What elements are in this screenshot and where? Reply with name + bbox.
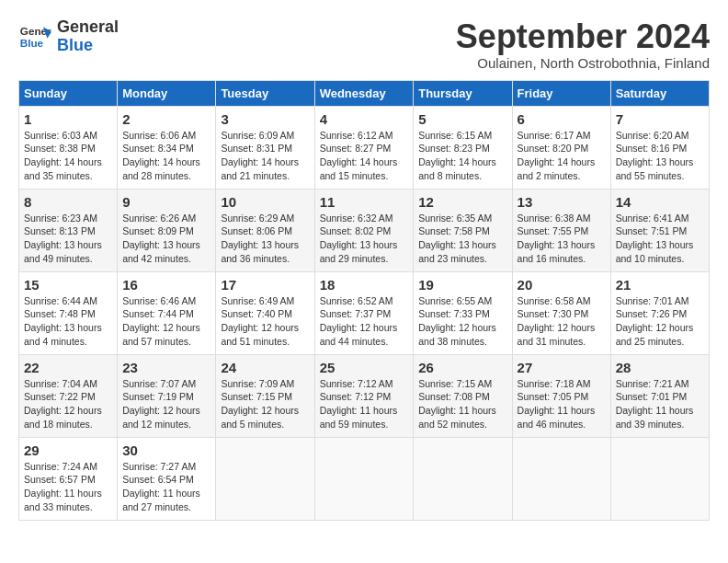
day-number: 15 [24,277,112,293]
weekday-header-thursday: Thursday [414,80,512,106]
calendar-day-2: 2 Sunrise: 6:06 AMSunset: 8:34 PMDayligh… [118,106,216,189]
calendar-day-12: 12 Sunrise: 6:35 AMSunset: 7:58 PMDaylig… [414,189,512,271]
day-detail: Sunrise: 6:12 AMSunset: 8:27 PMDaylight:… [320,130,398,181]
day-detail: Sunrise: 6:55 AMSunset: 7:33 PMDaylight:… [418,295,496,347]
day-detail: Sunrise: 7:27 AMSunset: 6:54 PMDaylight:… [122,461,200,512]
day-detail: Sunrise: 6:46 AMSunset: 7:44 PMDaylight:… [122,295,200,347]
empty-cell [216,437,314,520]
calendar-day-27: 27 Sunrise: 7:18 AMSunset: 7:05 PMDaylig… [512,354,610,437]
weekday-header-saturday: Saturday [610,80,709,106]
day-number: 25 [320,360,409,375]
day-detail: Sunrise: 6:09 AMSunset: 8:31 PMDaylight:… [221,130,299,181]
day-detail: Sunrise: 6:41 AMSunset: 7:51 PMDaylight:… [616,213,694,264]
day-number: 2 [122,111,210,127]
day-number: 6 [518,111,606,127]
calendar-day-18: 18 Sunrise: 6:52 AMSunset: 7:37 PMDaylig… [314,271,414,354]
day-detail: Sunrise: 6:23 AMSunset: 8:13 PMDaylight:… [24,213,102,264]
day-number: 27 [518,360,606,375]
empty-cell [414,437,512,520]
day-number: 30 [122,442,210,458]
day-detail: Sunrise: 6:29 AMSunset: 8:06 PMDaylight:… [221,213,299,264]
day-detail: Sunrise: 6:26 AMSunset: 8:09 PMDaylight:… [122,213,200,264]
day-detail: Sunrise: 6:15 AMSunset: 8:23 PMDaylight:… [418,130,496,181]
day-number: 19 [418,277,506,293]
day-detail: Sunrise: 7:12 AMSunset: 7:12 PMDaylight:… [320,378,398,430]
day-detail: Sunrise: 6:44 AMSunset: 7:48 PMDaylight:… [24,295,102,347]
day-number: 24 [221,360,309,375]
calendar-day-6: 6 Sunrise: 6:17 AMSunset: 8:20 PMDayligh… [512,106,610,189]
calendar-day-25: 25 Sunrise: 7:12 AMSunset: 7:12 PMDaylig… [314,354,414,437]
day-detail: Sunrise: 6:17 AMSunset: 8:20 PMDaylight:… [518,130,596,181]
day-number: 26 [418,360,506,375]
day-detail: Sunrise: 7:01 AMSunset: 7:26 PMDaylight:… [616,295,694,347]
calendar-day-29: 29 Sunrise: 7:24 AMSunset: 6:57 PMDaylig… [19,437,118,520]
logo-wordmark: General Blue [57,18,119,55]
day-detail: Sunrise: 6:49 AMSunset: 7:40 PMDaylight:… [221,295,299,347]
day-number: 1 [24,111,112,127]
calendar-day-17: 17 Sunrise: 6:49 AMSunset: 7:40 PMDaylig… [216,271,314,354]
calendar-day-1: 1 Sunrise: 6:03 AMSunset: 8:38 PMDayligh… [19,106,118,189]
calendar-day-15: 15 Sunrise: 6:44 AMSunset: 7:48 PMDaylig… [19,271,118,354]
day-number: 21 [616,277,704,293]
empty-cell [512,437,610,520]
day-number: 14 [616,194,704,210]
day-number: 18 [320,277,409,293]
day-detail: Sunrise: 6:35 AMSunset: 7:58 PMDaylight:… [418,213,496,264]
svg-text:Blue: Blue [20,37,44,49]
page-title: September 2024 [456,18,710,55]
calendar-day-26: 26 Sunrise: 7:15 AMSunset: 7:08 PMDaylig… [414,354,512,437]
day-number: 4 [320,111,409,127]
day-number: 8 [24,194,112,210]
calendar-day-8: 8 Sunrise: 6:23 AMSunset: 8:13 PMDayligh… [19,189,118,271]
weekday-header-tuesday: Tuesday [216,80,314,106]
weekday-header-friday: Friday [512,80,610,106]
day-number: 7 [616,111,704,127]
calendar-day-14: 14 Sunrise: 6:41 AMSunset: 7:51 PMDaylig… [610,189,709,271]
day-number: 29 [24,442,112,458]
day-number: 13 [518,194,606,210]
day-number: 23 [122,360,210,375]
calendar-day-24: 24 Sunrise: 7:09 AMSunset: 7:15 PMDaylig… [216,354,314,437]
calendar-day-11: 11 Sunrise: 6:32 AMSunset: 8:02 PMDaylig… [314,189,414,271]
calendar-day-9: 9 Sunrise: 6:26 AMSunset: 8:09 PMDayligh… [118,189,216,271]
calendar-day-3: 3 Sunrise: 6:09 AMSunset: 8:31 PMDayligh… [216,106,314,189]
weekday-header-wednesday: Wednesday [314,80,414,106]
day-detail: Sunrise: 7:18 AMSunset: 7:05 PMDaylight:… [518,378,596,430]
day-detail: Sunrise: 6:03 AMSunset: 8:38 PMDaylight:… [24,130,102,181]
day-detail: Sunrise: 7:15 AMSunset: 7:08 PMDaylight:… [418,378,496,430]
calendar-day-4: 4 Sunrise: 6:12 AMSunset: 8:27 PMDayligh… [314,106,414,189]
calendar-day-5: 5 Sunrise: 6:15 AMSunset: 8:23 PMDayligh… [414,106,512,189]
day-detail: Sunrise: 6:58 AMSunset: 7:30 PMDaylight:… [518,295,596,347]
calendar-day-30: 30 Sunrise: 7:27 AMSunset: 6:54 PMDaylig… [118,437,216,520]
day-detail: Sunrise: 6:20 AMSunset: 8:16 PMDaylight:… [616,130,694,181]
calendar-day-13: 13 Sunrise: 6:38 AMSunset: 7:55 PMDaylig… [512,189,610,271]
empty-cell [314,437,414,520]
day-number: 11 [320,194,409,210]
day-number: 16 [122,277,210,293]
calendar-day-20: 20 Sunrise: 6:58 AMSunset: 7:30 PMDaylig… [512,271,610,354]
day-number: 12 [418,194,506,210]
day-number: 10 [221,194,309,210]
day-number: 28 [616,360,704,375]
day-detail: Sunrise: 6:52 AMSunset: 7:37 PMDaylight:… [320,295,398,347]
calendar-day-21: 21 Sunrise: 7:01 AMSunset: 7:26 PMDaylig… [610,271,709,354]
day-number: 9 [122,194,210,210]
calendar-day-10: 10 Sunrise: 6:29 AMSunset: 8:06 PMDaylig… [216,189,314,271]
day-number: 17 [221,277,309,293]
day-detail: Sunrise: 6:32 AMSunset: 8:02 PMDaylight:… [320,213,398,264]
day-detail: Sunrise: 7:09 AMSunset: 7:15 PMDaylight:… [221,378,299,430]
day-number: 3 [221,111,309,127]
weekday-header-monday: Monday [118,80,216,106]
day-detail: Sunrise: 6:38 AMSunset: 7:55 PMDaylight:… [518,213,596,264]
day-detail: Sunrise: 7:07 AMSunset: 7:19 PMDaylight:… [122,378,200,430]
day-detail: Sunrise: 7:24 AMSunset: 6:57 PMDaylight:… [24,461,102,512]
day-detail: Sunrise: 7:21 AMSunset: 7:01 PMDaylight:… [616,378,694,430]
calendar-day-28: 28 Sunrise: 7:21 AMSunset: 7:01 PMDaylig… [610,354,709,437]
calendar-day-19: 19 Sunrise: 6:55 AMSunset: 7:33 PMDaylig… [414,271,512,354]
calendar-day-22: 22 Sunrise: 7:04 AMSunset: 7:22 PMDaylig… [19,354,118,437]
calendar-day-16: 16 Sunrise: 6:46 AMSunset: 7:44 PMDaylig… [118,271,216,354]
calendar-day-23: 23 Sunrise: 7:07 AMSunset: 7:19 PMDaylig… [118,354,216,437]
page-subtitle: Oulainen, North Ostrobothnia, Finland [456,55,710,71]
day-detail: Sunrise: 6:06 AMSunset: 8:34 PMDaylight:… [122,130,200,181]
weekday-header-sunday: Sunday [19,80,118,106]
